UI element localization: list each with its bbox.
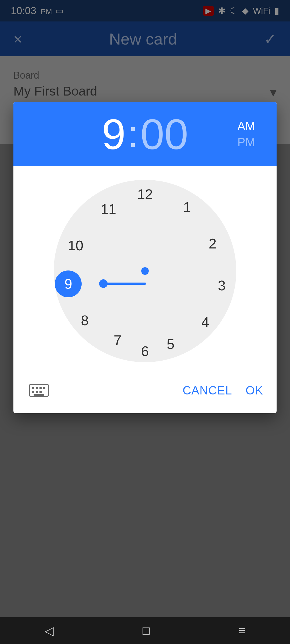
svg-rect-11 bbox=[34, 394, 44, 396]
svg-rect-7 bbox=[43, 387, 45, 389]
svg-point-1 bbox=[99, 279, 108, 288]
clock-number-6[interactable]: 6 bbox=[136, 342, 154, 361]
time-display: 9 : 00 bbox=[102, 113, 188, 156]
clock-number-8[interactable]: 8 bbox=[75, 311, 94, 330]
svg-point-2 bbox=[141, 267, 149, 275]
time-colon: : bbox=[128, 115, 138, 153]
svg-rect-5 bbox=[36, 387, 38, 389]
cancel-button[interactable]: CANCEL bbox=[183, 384, 232, 397]
minutes-display[interactable]: 00 bbox=[140, 113, 188, 156]
clock-number-4[interactable]: 4 bbox=[196, 313, 215, 331]
svg-rect-4 bbox=[32, 387, 34, 389]
clock-hand-svg bbox=[54, 180, 236, 362]
time-picker-dialog: 9 : 00 AM PM bbox=[13, 102, 277, 413]
keyboard-icon bbox=[28, 382, 50, 398]
clock-number-9-selected[interactable]: 9 bbox=[55, 270, 82, 297]
back-button[interactable]: ◁ bbox=[45, 624, 54, 638]
svg-rect-8 bbox=[32, 391, 34, 393]
time-header: 9 : 00 AM PM bbox=[13, 102, 277, 166]
recents-button[interactable]: ≡ bbox=[239, 624, 246, 637]
clock-face-wrapper[interactable]: 12 1 2 3 4 5 6 7 8 bbox=[54, 180, 236, 362]
am-button[interactable]: AM bbox=[237, 119, 255, 133]
clock-number-2[interactable]: 2 bbox=[203, 234, 222, 253]
pm-button[interactable]: PM bbox=[237, 136, 255, 149]
clock-number-3[interactable]: 3 bbox=[212, 276, 231, 295]
ok-button[interactable]: OK bbox=[245, 384, 263, 397]
bottom-nav: ◁ □ ≡ bbox=[0, 617, 290, 644]
clock-number-10[interactable]: 10 bbox=[66, 236, 85, 255]
keyboard-toggle-button[interactable] bbox=[27, 381, 51, 400]
home-button[interactable]: □ bbox=[143, 624, 150, 637]
svg-rect-6 bbox=[39, 387, 42, 389]
ampm-container: AM PM bbox=[237, 119, 255, 149]
clock-number-12[interactable]: 12 bbox=[136, 185, 154, 204]
svg-rect-9 bbox=[36, 391, 38, 393]
clock-container: 12 1 2 3 4 5 6 7 8 bbox=[13, 166, 277, 376]
clock-number-1[interactable]: 1 bbox=[177, 198, 196, 217]
clock-number-7[interactable]: 7 bbox=[108, 331, 127, 350]
action-buttons: CANCEL OK bbox=[183, 384, 263, 397]
svg-rect-10 bbox=[39, 391, 42, 393]
clock-number-11[interactable]: 11 bbox=[99, 200, 118, 218]
clock-number-5[interactable]: 5 bbox=[161, 335, 180, 353]
hour-display[interactable]: 9 bbox=[102, 113, 126, 156]
dialog-actions: CANCEL OK bbox=[13, 376, 277, 413]
